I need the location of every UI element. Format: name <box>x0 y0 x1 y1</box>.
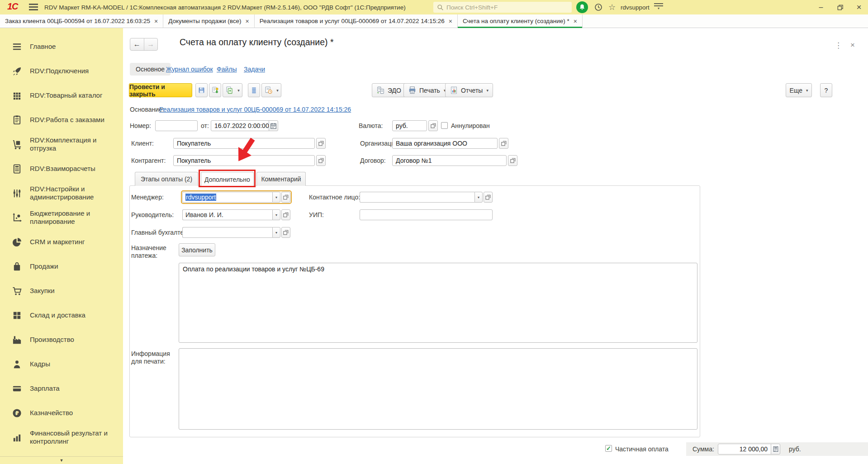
calculator-icon <box>773 446 779 452</box>
close-form-button[interactable]: × <box>850 41 855 50</box>
bar-chart-icon <box>12 432 22 443</box>
head-combo[interactable]: Иванов И. И. ▾ <box>182 209 290 220</box>
organization-field[interactable]: Ваша организация ООО <box>392 138 498 149</box>
notifications-button[interactable] <box>576 1 588 13</box>
sidebar-item-budgeting[interactable]: Бюджетирование и планирование <box>0 205 123 230</box>
contragent-picker-button[interactable] <box>316 155 326 166</box>
save-button[interactable] <box>195 83 208 97</box>
nav-tasks[interactable]: Задачи <box>244 63 265 76</box>
base-document-link[interactable]: Реализация товаров и услуг 00ЦБ-000069 о… <box>159 104 351 115</box>
sidebar-item-home[interactable]: Главное <box>0 34 123 59</box>
manager-picker-button[interactable] <box>281 192 290 203</box>
reminder-button[interactable]: ▾ <box>261 83 281 97</box>
date-field[interactable]: 16.07.2022 0:00:00 <box>211 120 269 131</box>
help-label: ? <box>825 87 828 94</box>
currency-picker-button[interactable] <box>428 120 438 131</box>
history-button[interactable] <box>593 0 604 14</box>
calendar-button[interactable] <box>269 120 278 131</box>
post-document-icon <box>211 86 219 95</box>
service-menu-button[interactable]: ▾ <box>654 3 663 11</box>
sidebar-item-rdv-orders[interactable]: RDV:Работа с заказами <box>0 108 123 132</box>
close-tab-icon[interactable]: × <box>246 18 249 25</box>
sidebar-item-label: Закупки <box>30 287 117 295</box>
partial-payment-checkbox[interactable]: ✓ <box>605 445 612 452</box>
sidebar-item-rdv-connections[interactable]: RDV:Подключения <box>0 59 123 83</box>
head-picker-button[interactable] <box>281 209 290 220</box>
print-button[interactable]: Печать▾ <box>403 83 450 97</box>
close-tab-icon[interactable]: × <box>154 18 158 25</box>
contract-picker-button[interactable] <box>508 155 517 166</box>
sum-field[interactable]: 12 000,00 <box>718 444 771 455</box>
app-window: 1С RDV Маркет RM-KA-MODEL / 1С:Комплексн… <box>0 0 868 464</box>
sidebar-expander[interactable]: ▼ <box>0 456 123 464</box>
global-search-input[interactable]: Поиск Ctrl+Shift+F <box>433 2 572 13</box>
tab-customer-order[interactable]: Заказ клиента 00ЦБ-000594 от 16.07.2022 … <box>0 14 163 28</box>
sidebar-item-crm-marketing[interactable]: CRM и маркетинг <box>0 230 123 254</box>
nav-main[interactable]: Основное <box>130 63 171 76</box>
sidebar-item-warehouse[interactable]: Склад и доставка <box>0 303 123 327</box>
sidebar-item-production[interactable]: Производство <box>0 327 123 352</box>
picker-icon <box>485 194 491 200</box>
print-info-textarea[interactable] <box>179 348 697 430</box>
chief-accountant-combo[interactable]: ▾ <box>182 227 290 238</box>
back-button[interactable]: ← <box>130 38 144 50</box>
sidebar-item-financial-result[interactable]: Финансовый результат и контроллинг <box>0 425 123 450</box>
payment-purpose-textarea[interactable]: Оплата по реализации товаров и услуг №ЦБ… <box>179 263 697 343</box>
sidebar-item-purchases[interactable]: Закупки <box>0 279 123 303</box>
dropdown-icon[interactable]: ▾ <box>272 192 280 203</box>
restore-button[interactable] <box>833 0 847 14</box>
create-based-on-button[interactable]: ▾ <box>223 83 242 97</box>
close-tab-icon[interactable]: × <box>574 18 577 25</box>
favorites-button[interactable]: ☆ <box>606 0 618 14</box>
sidebar-item-rdv-settlements[interactable]: RDV:Взаиморасчеты <box>0 156 123 181</box>
contract-field[interactable]: Договор №1 <box>392 155 507 166</box>
sidebar-item-label: RDV:Комплектация и отгрузка <box>30 136 117 152</box>
sidebar-item-rdv-catalog[interactable]: RDV:Товарный каталог <box>0 83 123 108</box>
sidebar-item-rdv-shipping[interactable]: RDV:Комплектация и отгрузка <box>0 132 123 156</box>
sum-calculator-button[interactable] <box>771 444 780 455</box>
minimize-button[interactable]: – <box>814 0 828 14</box>
nav-files[interactable]: Файлы <box>217 63 237 76</box>
dropdown-icon[interactable]: ▾ <box>272 209 280 220</box>
close-tab-icon[interactable]: × <box>449 18 452 25</box>
subtab-comment[interactable]: Комментарий <box>256 172 306 186</box>
manager-combo[interactable]: rdvsupport ▾ <box>182 192 290 203</box>
tab-goods-sale[interactable]: Реализация товаров и услуг 00ЦБ-000069 о… <box>255 14 458 28</box>
tab-sales-documents[interactable]: Документы продажи (все) × <box>163 14 255 28</box>
post-document-button[interactable] <box>209 83 221 97</box>
dropdown-icon[interactable]: ▾ <box>272 227 280 238</box>
close-window-button[interactable]: × <box>852 0 866 14</box>
currency-field[interactable]: руб. <box>392 120 427 131</box>
sidebar-item-sales[interactable]: Продажи <box>0 254 123 279</box>
main-menu-icon[interactable] <box>29 4 38 11</box>
post-and-close-button[interactable]: Провести и закрыть <box>129 83 192 97</box>
subtab-payment-stages[interactable]: Этапы оплаты (2) <box>135 172 198 186</box>
reports-button[interactable]: Отчеты▾ <box>445 83 493 97</box>
annulled-checkbox[interactable] <box>441 122 448 129</box>
sidebar-item-payroll[interactable]: Зарплата <box>0 376 123 401</box>
more-button[interactable]: Еще▾ <box>786 83 812 97</box>
contact-combo[interactable]: ▾ <box>360 192 493 203</box>
uip-field[interactable] <box>360 209 493 220</box>
fill-button[interactable]: Заполнить <box>179 243 215 256</box>
more-menu-icon[interactable]: ⋮ <box>835 41 842 50</box>
sidebar-item-treasury[interactable]: Казначейство <box>0 401 123 425</box>
nav-error-log[interactable]: Журнал ошибок <box>166 63 213 76</box>
sidebar-item-label: Казначейство <box>30 409 117 417</box>
client-picker-button[interactable] <box>316 138 326 149</box>
tab-invoice-creation[interactable]: Счета на оплату клиенту (создание) * × <box>458 14 583 28</box>
current-user[interactable]: rdvsupport <box>621 0 650 14</box>
picker-icon <box>318 140 324 147</box>
document-structure-button[interactable] <box>248 83 260 97</box>
head-label: Руководитель: <box>131 209 174 220</box>
contact-picker-button[interactable] <box>484 192 493 203</box>
organization-picker-button[interactable] <box>499 138 508 149</box>
sidebar-item-label: RDV:Взаиморасчеты <box>30 165 117 173</box>
sidebar-item-rdv-admin[interactable]: RDV:Настройки и администрирование <box>0 181 123 205</box>
forward-button[interactable]: → <box>144 38 158 50</box>
help-button[interactable]: ? <box>820 83 832 97</box>
sidebar-item-hr[interactable]: Кадры <box>0 352 123 376</box>
number-field[interactable] <box>155 120 198 131</box>
chief-accountant-picker-button[interactable] <box>281 227 290 238</box>
dropdown-icon[interactable]: ▾ <box>474 192 483 203</box>
